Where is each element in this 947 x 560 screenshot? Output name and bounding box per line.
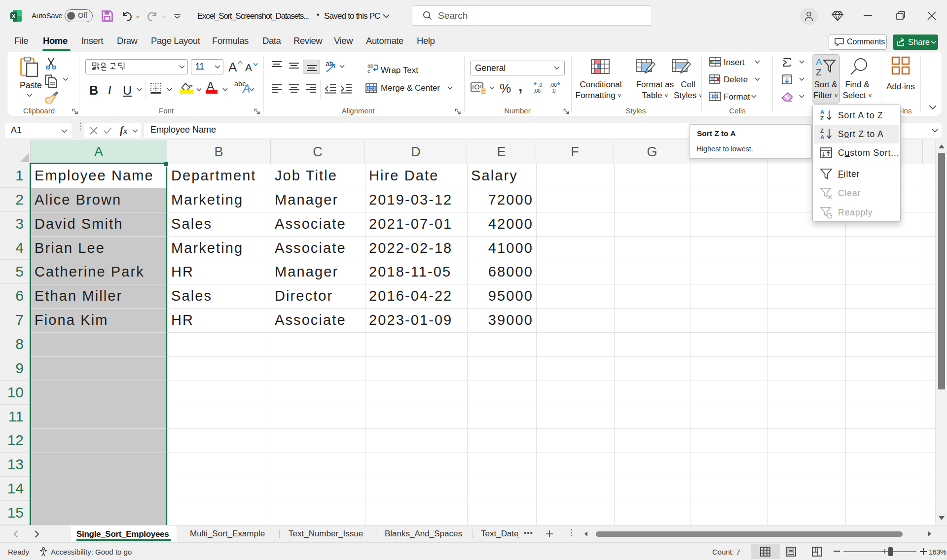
svg-text:.00: .00 [534,88,541,94]
svg-text:.00: .00 [550,82,557,88]
svg-text:A: A [820,134,825,140]
svg-text:Z: Z [816,67,822,76]
svg-text:A: A [816,57,822,67]
svg-text:X: X [11,13,15,20]
svg-text:c: c [367,68,370,73]
svg-text:.0: .0 [551,88,556,94]
svg-text:Z: Z [820,128,824,134]
svg-text:Z: Z [820,115,824,121]
svg-text:.0: .0 [538,82,543,88]
svg-text:A: A [820,109,825,115]
